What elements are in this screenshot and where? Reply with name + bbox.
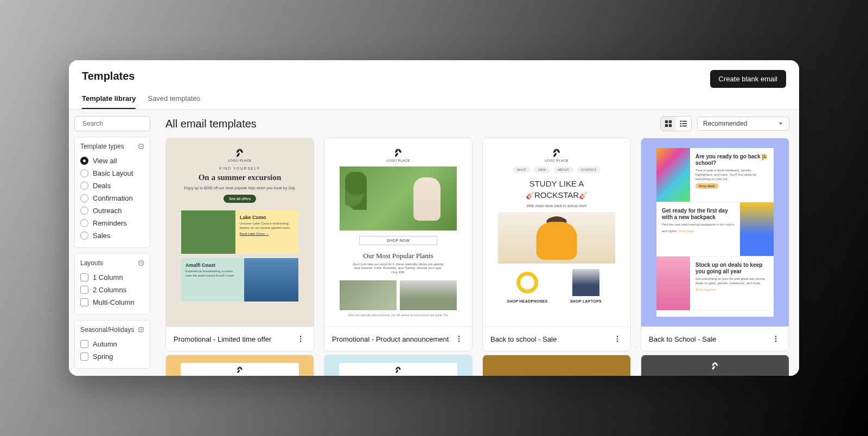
tab-template-library[interactable]: Template library [82, 94, 136, 109]
filter-seasonal: Seasonal/Holidays Autumn Spring [74, 320, 150, 369]
radio-icon [80, 182, 88, 190]
checkbox-icon [80, 273, 88, 281]
svg-point-25 [617, 338, 618, 340]
template-card[interactable] [165, 355, 314, 376]
search-input[interactable] [82, 120, 164, 127]
headphones-image [514, 269, 541, 296]
leaf-logo-icon [236, 366, 244, 374]
template-card[interactable] [324, 355, 473, 376]
laptop-image [572, 269, 599, 296]
radio-icon [80, 169, 88, 177]
svg-point-26 [617, 341, 618, 342]
card-footer: Back to school - Sale [483, 326, 630, 351]
svg-point-18 [300, 336, 302, 337]
sort-dropdown[interactable]: Recommended [697, 117, 789, 131]
plant-thumb [340, 280, 397, 310]
coast-image [244, 258, 298, 302]
create-blank-email-button[interactable]: Create blank email [710, 70, 786, 88]
card-footer: Promotional - Product announcement [324, 326, 472, 351]
card-footer: Back to School - Sale [641, 326, 789, 351]
checkbox-icon [80, 298, 88, 306]
list-view-button[interactable] [676, 117, 691, 131]
card-menu-button[interactable] [454, 334, 464, 344]
filter-outreach[interactable]: Outreach [80, 204, 144, 217]
filter-multi-column[interactable]: Multi-Column [80, 296, 144, 309]
checkbox-icon [80, 340, 88, 348]
view-toggle [660, 116, 692, 131]
plant-thumb [400, 280, 457, 310]
svg-point-21 [458, 336, 460, 337]
more-vertical-icon [772, 335, 780, 343]
filter-heading[interactable]: Template types [80, 143, 144, 150]
main-controls: Recommended [660, 116, 789, 131]
search-box[interactable] [74, 116, 150, 131]
card-menu-button[interactable] [612, 334, 623, 344]
template-card[interactable]: LOGO PLACE FIND YOURSELF On a summer exc… [165, 138, 314, 351]
svg-point-16 [680, 125, 681, 127]
template-card[interactable] [482, 355, 631, 376]
page-title: Templates [82, 70, 135, 82]
filter-1-column[interactable]: 1 Column [80, 271, 144, 284]
card-menu-button[interactable] [295, 334, 306, 344]
filter-layouts: Layouts 1 Column 2 Columns Multi-Column [74, 253, 150, 315]
svg-rect-17 [682, 126, 687, 127]
leaf-logo-icon [394, 366, 402, 374]
backpack-image [740, 202, 774, 256]
filter-autumn[interactable]: Autumn [80, 338, 144, 350]
card-title: Promotional - Product announcement [332, 335, 449, 343]
main-title: All email templates [165, 118, 257, 130]
template-preview: Are you ready to go back to school?Time … [641, 138, 789, 326]
chevron-down-icon [778, 121, 783, 126]
filter-heading[interactable]: Seasonal/Holidays [80, 326, 144, 334]
tab-saved-templates[interactable]: Saved templates [148, 94, 200, 109]
svg-point-22 [458, 338, 460, 340]
svg-point-23 [458, 341, 460, 342]
grid-view-button[interactable] [661, 117, 676, 131]
filter-deals[interactable]: Deals [80, 179, 144, 192]
leaf-logo-icon [235, 148, 245, 158]
calculator-image [656, 257, 690, 310]
main-header: All email templates Recommended [156, 110, 799, 138]
radio-icon [80, 157, 88, 165]
card-menu-button[interactable] [770, 334, 781, 344]
list-icon [680, 120, 687, 127]
template-preview: LOGO PLACE SHOP NOW Our Most Popular Pla… [324, 138, 472, 326]
radio-icon [80, 232, 88, 240]
template-card[interactable]: LOGO PLACE SHOPNEWABOUTCONTACT STUDY LIK… [482, 138, 631, 351]
svg-rect-9 [669, 120, 672, 123]
filter-spring[interactable]: Spring [80, 350, 144, 363]
template-preview: LOGO PLACE FIND YOURSELF On a summer exc… [166, 138, 314, 326]
filter-confirmation[interactable]: Confirmation [80, 192, 144, 204]
student-hero-image [498, 212, 615, 264]
card-footer: Promotional - Limited time offer [166, 326, 314, 351]
card-title: Back to school - Sale [490, 335, 557, 343]
filter-basic-layout[interactable]: Basic Layout [80, 167, 144, 179]
svg-point-29 [775, 341, 777, 342]
svg-point-14 [680, 123, 681, 125]
svg-point-28 [775, 338, 777, 340]
filter-view-all[interactable]: View all [80, 155, 144, 167]
template-card[interactable]: LOGO PLACE SHOP NOW Our Most Popular Pla… [324, 138, 473, 351]
filter-template-types: Template types View all Basic Layout Dea… [74, 137, 150, 248]
more-vertical-icon [297, 335, 304, 343]
leaf-logo-icon [761, 153, 768, 161]
body: Template types View all Basic Layout Dea… [69, 110, 799, 376]
filter-sales[interactable]: Sales [80, 229, 144, 242]
template-card[interactable] [641, 355, 789, 376]
card-title: Back to School - Sale [649, 335, 716, 343]
svg-point-20 [300, 341, 302, 342]
svg-point-19 [300, 338, 302, 340]
template-preview: LOGO PLACE SHOPNEWABOUTCONTACT STUDY LIK… [483, 138, 630, 326]
more-vertical-icon [455, 335, 463, 343]
templates-grid-row2 [156, 355, 799, 376]
main-content: All email templates Recommended [156, 110, 799, 376]
radio-icon [80, 207, 88, 215]
collapse-icon [138, 326, 144, 333]
template-card[interactable]: Are you ready to go back to school?Time … [641, 138, 789, 351]
filter-heading[interactable]: Layouts [80, 259, 144, 267]
filter-reminders[interactable]: Reminders [80, 217, 144, 229]
leaf-logo-icon [552, 148, 561, 158]
filter-2-columns[interactable]: 2 Columns [80, 284, 144, 296]
sidebar: Template types View all Basic Layout Dea… [69, 110, 156, 376]
svg-rect-10 [665, 124, 668, 127]
